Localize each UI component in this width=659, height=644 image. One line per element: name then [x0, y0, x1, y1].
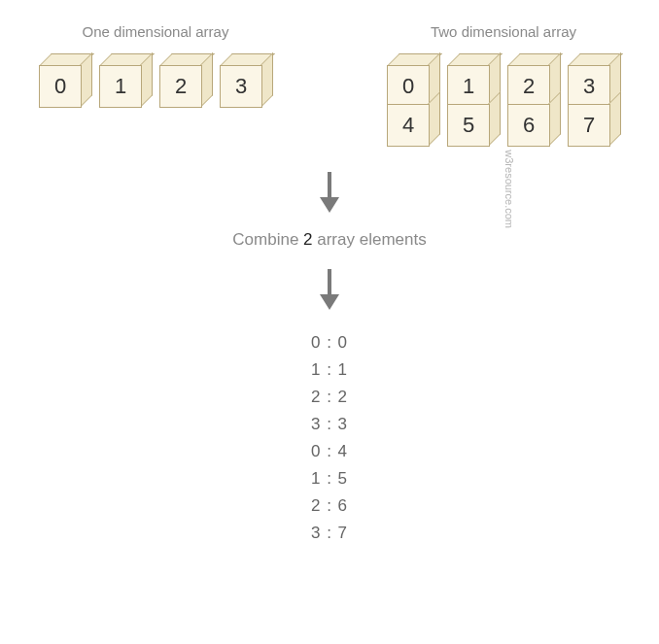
- cube-value: 6: [507, 104, 550, 147]
- two-d-array-block: Two dimensional array 0 1 2 3 4 5 6 7: [387, 23, 620, 147]
- cube-value: 0: [387, 65, 430, 108]
- cube: 0: [387, 53, 439, 106]
- two-d-row-1: 0 1 2 3: [387, 53, 620, 106]
- combine-suffix: array elements: [313, 230, 427, 249]
- cube-value: 2: [507, 65, 550, 108]
- output-block: 0 : 0 1 : 1 2 : 2 3 : 3 0 : 4 1 : 5 2 : …: [0, 329, 659, 547]
- one-d-row: 0 1 2 3: [39, 53, 272, 106]
- cube: 6: [507, 104, 560, 147]
- output-row: 2 : 6: [311, 496, 348, 516]
- credit-text: w3resource.com: [503, 150, 515, 228]
- cube: 2: [507, 53, 560, 106]
- cube: 0: [39, 53, 91, 106]
- cube: 2: [159, 53, 212, 106]
- output-row: 3 : 3: [311, 415, 348, 434]
- output-row: 1 : 1: [311, 360, 348, 380]
- output-row: 0 : 4: [311, 442, 348, 461]
- combine-count: 2: [303, 230, 312, 249]
- combine-label: Combine 2 array elements: [0, 230, 659, 250]
- cube: 1: [447, 53, 500, 106]
- cube-value: 0: [39, 65, 82, 108]
- cube-value: 1: [99, 65, 142, 108]
- cube: 1: [99, 53, 152, 106]
- output-row: 1 : 5: [311, 469, 348, 489]
- svg-marker-1: [320, 197, 339, 213]
- two-d-row-2: 4 5 6 7: [387, 104, 620, 147]
- arrays-row: One dimensional array 0 1 2 3 Two dimens…: [0, 0, 659, 147]
- cube-value: 3: [568, 65, 610, 108]
- arrow-down-icon: [316, 170, 343, 213]
- cube-value: 1: [447, 65, 490, 108]
- output-row: 2 : 2: [311, 388, 348, 407]
- cube-value: 3: [220, 65, 262, 108]
- cube-value: 2: [159, 65, 202, 108]
- cube: 7: [568, 104, 620, 147]
- one-d-array-block: One dimensional array 0 1 2 3: [39, 23, 272, 147]
- cube-value: 4: [387, 104, 430, 147]
- one-d-title: One dimensional array: [83, 23, 229, 40]
- output-row: 0 : 0: [311, 333, 348, 353]
- combine-prefix: Combine: [232, 230, 303, 249]
- two-d-title: Two dimensional array: [431, 23, 576, 40]
- svg-marker-3: [320, 294, 339, 310]
- cube-value: 7: [568, 104, 610, 147]
- output-row: 3 : 7: [311, 524, 348, 543]
- cube: 3: [220, 53, 272, 106]
- cube: 4: [387, 104, 439, 147]
- arrow-down-icon: [316, 267, 343, 310]
- cube: 3: [568, 53, 620, 106]
- cube-value: 5: [447, 104, 490, 147]
- cube: 5: [447, 104, 500, 147]
